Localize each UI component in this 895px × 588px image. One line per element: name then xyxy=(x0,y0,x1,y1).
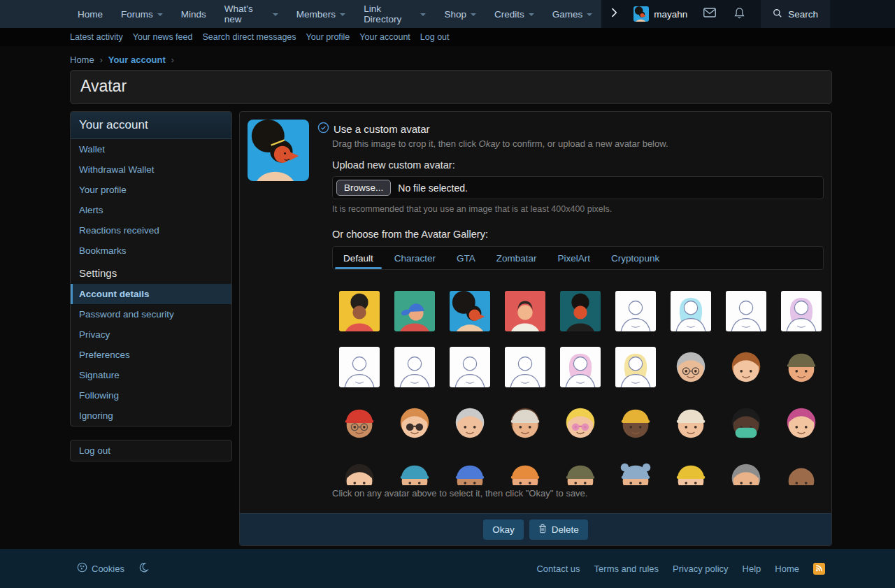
avatar-tile-14[interactable] xyxy=(560,347,601,387)
sidebar-item-privacy[interactable]: Privacy xyxy=(71,324,231,345)
avatar-tile-23[interactable] xyxy=(560,403,601,443)
avatar-gallery-scroll[interactable] xyxy=(339,291,823,485)
current-avatar-preview[interactable] xyxy=(248,120,309,181)
sidebar-header-settings: Settings xyxy=(71,261,231,284)
avatar-tile-17[interactable] xyxy=(726,347,766,387)
nav-item-what-s-new[interactable]: What's new xyxy=(215,0,287,28)
avatar-tile-30[interactable] xyxy=(450,459,490,485)
nav-item-credits[interactable]: Credits xyxy=(485,0,543,28)
main-nav: HomeForumsMindsWhat's newMembersLink Dir… xyxy=(69,0,601,28)
avatar-tile-16[interactable] xyxy=(671,347,711,387)
nav-item-members[interactable]: Members xyxy=(287,0,355,28)
avatar-tile-6[interactable] xyxy=(615,291,656,331)
avatar-tile-2[interactable] xyxy=(394,291,435,331)
avatar-tile-4[interactable] xyxy=(505,291,545,331)
avatar-tile-32[interactable] xyxy=(560,459,601,485)
subnav-item-your-news-feed[interactable]: Your news feed xyxy=(133,32,193,42)
footer-link-privacy-policy[interactable]: Privacy policy xyxy=(673,564,728,574)
user-menu[interactable]: mayahn xyxy=(626,0,694,28)
footer-link-terms-and-rules[interactable]: Terms and rules xyxy=(594,564,659,574)
tab-gta[interactable]: GTA xyxy=(446,247,486,269)
sidebar-item-signature[interactable]: Signature xyxy=(71,365,231,385)
avatar-tile-24[interactable] xyxy=(615,403,656,443)
sidebar-item-password-and-security[interactable]: Password and security xyxy=(71,304,231,324)
nav-item-minds[interactable]: Minds xyxy=(172,0,215,28)
breadcrumb-your-account[interactable]: Your account xyxy=(108,55,166,65)
avatar-tile-3[interactable] xyxy=(450,291,490,331)
alerts-button[interactable] xyxy=(725,0,754,28)
tab-character[interactable]: Character xyxy=(384,247,446,269)
avatar-tile-28[interactable] xyxy=(339,459,380,485)
sidebar-item-your-profile[interactable]: Your profile xyxy=(71,180,231,200)
browse-button[interactable]: Browse... xyxy=(336,180,391,196)
nav-item-link-directory[interactable]: Link Directory xyxy=(355,0,435,28)
rss-button[interactable] xyxy=(813,563,825,575)
sidebar-item-alerts[interactable]: Alerts xyxy=(71,200,231,220)
avatar-tile-25[interactable] xyxy=(671,403,711,443)
tab-pixelart[interactable]: PixelArt xyxy=(547,247,601,269)
messages-button[interactable] xyxy=(694,0,725,28)
avatar-tile-36[interactable] xyxy=(781,459,822,485)
delete-button[interactable]: Delete xyxy=(529,519,588,540)
avatar-tile-29[interactable] xyxy=(394,459,435,485)
nav-item-home[interactable]: Home xyxy=(69,0,112,28)
avatar-tile-31[interactable] xyxy=(505,459,545,485)
dark-mode-toggle[interactable] xyxy=(138,562,149,575)
footer-link-help[interactable]: Help xyxy=(743,564,761,574)
avatar-tile-27[interactable] xyxy=(781,403,822,443)
breadcrumb-home[interactable]: Home xyxy=(70,55,94,65)
avatar-tile-11[interactable] xyxy=(394,347,435,387)
avatar-tile-20[interactable] xyxy=(394,403,435,443)
sidebar-item-bookmarks[interactable]: Bookmarks xyxy=(71,241,231,261)
avatar-tile-19[interactable] xyxy=(339,403,380,443)
avatar-tile-9[interactable] xyxy=(781,291,822,331)
avatar-tile-10[interactable] xyxy=(339,347,380,387)
sidebar-item-withdrawal-wallet[interactable]: Withdrawal Wallet xyxy=(71,159,231,180)
avatar-tile-5[interactable] xyxy=(560,291,601,331)
avatar-tile-22[interactable] xyxy=(505,403,545,443)
avatar-tile-35[interactable] xyxy=(726,459,766,485)
cookies-button[interactable]: Cookies xyxy=(77,562,124,575)
footer-link-contact-us[interactable]: Contact us xyxy=(536,564,580,574)
avatar-tile-26[interactable] xyxy=(726,403,766,443)
nav-overflow-button[interactable] xyxy=(601,0,626,28)
avatar-tile-12[interactable] xyxy=(450,347,490,387)
nav-item-label: Members xyxy=(296,9,336,20)
avatar-tile-15[interactable] xyxy=(615,347,656,387)
tab-zombatar[interactable]: Zombatar xyxy=(486,247,547,269)
sidebar-item-preferences[interactable]: Preferences xyxy=(71,345,231,365)
avatar-tile-21[interactable] xyxy=(450,403,490,443)
sidebar-item-log-out[interactable]: Log out xyxy=(71,440,231,461)
okay-button[interactable]: Okay xyxy=(483,519,524,540)
subnav-item-log-out[interactable]: Log out xyxy=(420,32,450,42)
avatar-tile-7[interactable] xyxy=(671,291,711,331)
sidebar-item-following[interactable]: Following xyxy=(71,385,231,406)
subnav-item-your-profile[interactable]: Your profile xyxy=(306,32,350,42)
sidebar-item-wallet[interactable]: Wallet xyxy=(71,139,231,159)
nav-item-forums[interactable]: Forums xyxy=(112,0,172,28)
tab-default[interactable]: Default xyxy=(333,247,384,269)
avatar-tile-8[interactable] xyxy=(726,291,766,331)
sidebar-item-account-details[interactable]: Account details xyxy=(71,284,231,304)
page-title-box: Avatar xyxy=(70,70,832,104)
sidebar-item-ignoring[interactable]: Ignoring xyxy=(71,406,231,426)
subnav-item-your-account[interactable]: Your account xyxy=(359,32,410,42)
sidebar-item-reactions-received[interactable]: Reactions received xyxy=(71,220,231,241)
avatar-tile-33[interactable] xyxy=(615,459,656,485)
avatar-tile-1[interactable] xyxy=(339,291,380,331)
subnav-item-latest-activity[interactable]: Latest activity xyxy=(70,32,123,42)
file-input[interactable]: Browse... No file selected. xyxy=(332,176,824,199)
select-hint: Click on any avatar above to select it, … xyxy=(332,488,824,499)
avatar-tile-34[interactable] xyxy=(671,459,711,485)
subnav-item-search-direct-messages[interactable]: Search direct messages xyxy=(202,32,296,42)
nav-item-shop[interactable]: Shop xyxy=(435,0,485,28)
tab-cryptopunk[interactable]: Cryptopunk xyxy=(601,247,670,269)
avatar-tile-18[interactable] xyxy=(781,347,822,387)
footer-link-home[interactable]: Home xyxy=(775,564,799,574)
use-custom-avatar-label[interactable]: Use a custom avatar xyxy=(334,123,430,135)
radio-checked-icon[interactable] xyxy=(317,122,329,136)
search-button[interactable]: Search xyxy=(761,0,830,28)
avatar-tile-13[interactable] xyxy=(505,347,545,387)
nav-item-games[interactable]: Games xyxy=(543,0,602,28)
chevron-down-icon xyxy=(420,13,426,16)
